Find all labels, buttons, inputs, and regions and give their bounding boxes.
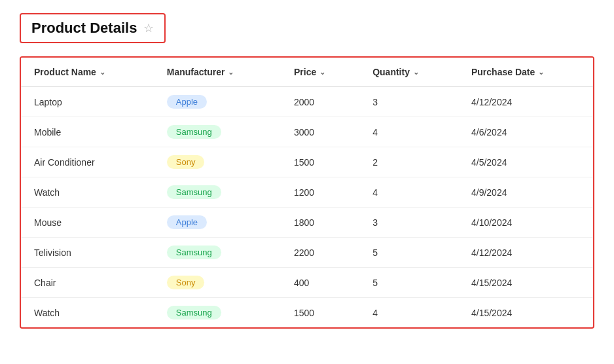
table-header-row: Product Name ⌄ Manufacturer ⌄ Price ⌄ [21,58,593,87]
table-row: TelivisionSamsung220054/12/2024 [21,238,593,268]
cell-purchase-date: 4/15/2024 [458,298,593,328]
chevron-down-icon: ⌄ [228,68,234,77]
cell-product-name: Watch [21,177,154,208]
table-row: LaptopApple200034/12/2024 [21,87,593,117]
cell-purchase-date: 4/5/2024 [458,147,593,177]
cell-manufacturer: Apple [154,208,281,238]
cell-product-name: Laptop [21,87,154,117]
cell-quantity: 4 [359,117,458,147]
manufacturer-badge: Apple [167,95,207,109]
cell-product-name: Telivision [21,238,154,268]
cell-manufacturer: Samsung [154,177,281,208]
cell-price: 1500 [281,298,359,328]
cell-quantity: 4 [359,177,458,208]
cell-quantity: 2 [359,147,458,177]
cell-quantity: 3 [359,208,458,238]
manufacturer-badge: Samsung [167,125,221,139]
cell-quantity: 5 [359,238,458,268]
cell-purchase-date: 4/6/2024 [458,117,593,147]
table-row: ChairSony40054/15/2024 [21,268,593,298]
table-row: WatchSamsung120044/9/2024 [21,177,593,208]
star-icon[interactable]: ☆ [143,21,154,35]
col-header-quantity[interactable]: Quantity ⌄ [359,58,458,87]
cell-manufacturer: Sony [154,147,281,177]
table-container: Product Name ⌄ Manufacturer ⌄ Price ⌄ [20,56,594,329]
cell-manufacturer: Sony [154,268,281,298]
chevron-down-icon: ⌄ [99,68,105,77]
cell-price: 1800 [281,208,359,238]
cell-price: 2200 [281,238,359,268]
cell-manufacturer: Samsung [154,117,281,147]
cell-purchase-date: 4/10/2024 [458,208,593,238]
cell-quantity: 3 [359,87,458,117]
cell-product-name: Watch [21,298,154,328]
manufacturer-badge: Samsung [167,246,221,259]
cell-price: 400 [281,268,359,298]
table-row: MouseApple180034/10/2024 [21,208,593,238]
cell-quantity: 5 [359,268,458,298]
table-row: Air ConditionerSony150024/5/2024 [21,147,593,177]
cell-product-name: Mobile [21,117,154,147]
table-row: MobileSamsung300044/6/2024 [21,117,593,147]
product-table: Product Name ⌄ Manufacturer ⌄ Price ⌄ [21,58,593,327]
cell-purchase-date: 4/9/2024 [458,177,593,208]
page-title-area: Product Details ☆ [20,13,166,43]
col-header-manufacturer[interactable]: Manufacturer ⌄ [154,58,281,87]
cell-price: 3000 [281,117,359,147]
chevron-down-icon: ⌄ [538,68,544,77]
cell-quantity: 4 [359,298,458,328]
manufacturer-badge: Sony [167,155,205,169]
manufacturer-badge: Apple [167,215,207,229]
page-title: Product Details [31,20,137,37]
cell-purchase-date: 4/12/2024 [458,87,593,117]
table-row: WatchSamsung150044/15/2024 [21,298,593,328]
cell-manufacturer: Samsung [154,298,281,328]
cell-product-name: Chair [21,268,154,298]
manufacturer-badge: Samsung [167,306,221,319]
chevron-down-icon: ⌄ [413,68,419,77]
cell-manufacturer: Apple [154,87,281,117]
cell-price: 2000 [281,87,359,117]
cell-product-name: Air Conditioner [21,147,154,177]
col-header-purchase-date[interactable]: Purchase Date ⌄ [458,58,593,87]
manufacturer-badge: Sony [167,276,205,289]
chevron-down-icon: ⌄ [319,68,325,77]
cell-manufacturer: Samsung [154,238,281,268]
manufacturer-badge: Samsung [167,185,221,199]
cell-price: 1200 [281,177,359,208]
cell-product-name: Mouse [21,208,154,238]
cell-price: 1500 [281,147,359,177]
col-header-price[interactable]: Price ⌄ [281,58,359,87]
cell-purchase-date: 4/12/2024 [458,238,593,268]
col-header-product-name[interactable]: Product Name ⌄ [21,58,154,87]
cell-purchase-date: 4/15/2024 [458,268,593,298]
